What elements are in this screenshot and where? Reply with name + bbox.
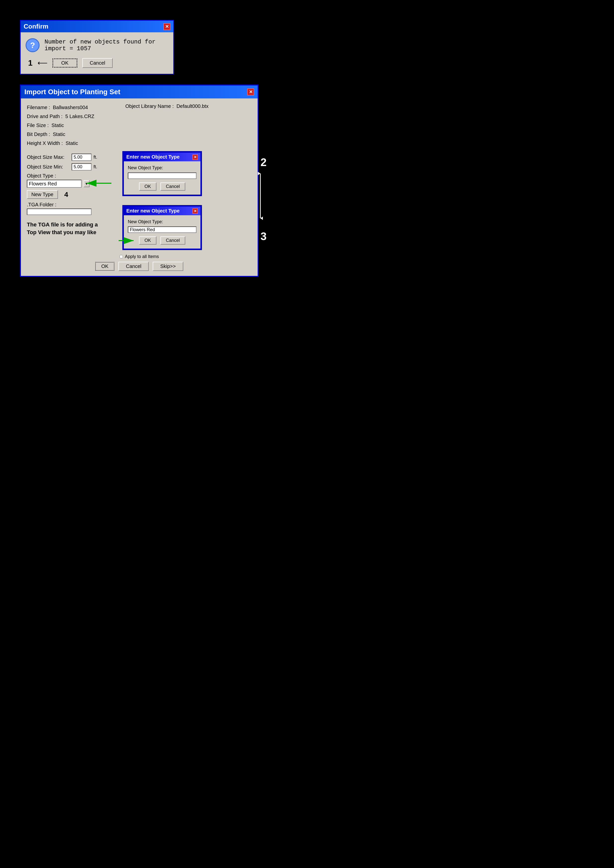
vertical-arrow-icon (258, 171, 263, 230)
enter-type-close-1[interactable]: ✕ (193, 154, 198, 160)
enter-type-dialog-2: Enter new Object Type ✕ New Object Type: (122, 205, 202, 250)
import-right-panel: 2 3 (122, 151, 252, 250)
obj-size-min-input[interactable] (72, 163, 92, 170)
obj-size-max-row: Object Size Max: ft. (27, 153, 117, 161)
new-obj-type-label-1: New Object Type: (128, 165, 196, 170)
tga-folder-input[interactable] (27, 209, 92, 215)
new-obj-type-label-2: New Object Type: (128, 219, 196, 225)
obj-type-label: Object Type : (27, 173, 117, 179)
enter-type-buttons-2: OK Cancel (128, 236, 196, 245)
apply-row: Apply to all Items (120, 254, 159, 259)
enter-type-dialog-1: Enter new Object Type ✕ New Object Type:… (122, 151, 202, 196)
confirm-message: Number of new objects found for import =… (45, 39, 168, 52)
enter-type-title-1: Enter new Object Type (126, 154, 180, 160)
heightwidth-value: Static (66, 140, 78, 146)
apply-all-label: Apply to all Items (125, 254, 159, 259)
import-bottom: Apply to all Items OK Cancel Skip>> (27, 254, 252, 271)
import-left-panel: Object Size Max: ft. Object Size Min: ft… (27, 151, 117, 250)
dropdown-row: Flowers Red ▼ (27, 180, 117, 188)
obj-lib-value: Default000.btx (177, 104, 209, 109)
enter-type-body-1: New Object Type: OK Cancel (124, 161, 201, 195)
import-columns: Object Size Max: ft. Object Size Min: ft… (27, 151, 252, 250)
confirm-cancel-button[interactable]: Cancel (82, 58, 113, 68)
confirm-message-row: ? Number of new objects found for import… (26, 38, 168, 52)
confirm-title: Confirm (23, 23, 48, 30)
bottom-ok-button[interactable]: OK (95, 262, 114, 271)
import-dialog: Import Object to Planting Set ✕ Filename… (20, 85, 259, 277)
confirm-ok-button[interactable]: OK (53, 59, 77, 68)
arrow-left-icon: ⟵ (37, 59, 48, 67)
step-1-label: 1 (28, 59, 33, 68)
obj-lib-row: Object Library Name : Default000.btx (125, 104, 209, 109)
drive-row: Drive and Path : 5 Lakes.CRZ (27, 112, 252, 120)
tga-folder-label: .TGA Folder : (27, 202, 117, 208)
confirm-titlebar: Confirm ✕ (21, 21, 173, 32)
question-icon: ? (26, 38, 40, 52)
obj-type-dropdown[interactable]: Flowers Red (27, 180, 82, 188)
enter-ok-button-1[interactable]: OK (139, 183, 156, 191)
apply-all-checkbox[interactable] (120, 255, 123, 258)
bottom-buttons: OK Cancel Skip>> (95, 262, 183, 271)
enter-ok-button-2[interactable]: OK (139, 236, 156, 245)
bitdepth-value: Static (53, 132, 65, 137)
enter-cancel-button-2[interactable]: Cancel (160, 236, 185, 245)
confirm-body: ? Number of new objects found for import… (21, 32, 173, 74)
enter-cancel-button-1[interactable]: Cancel (160, 183, 185, 191)
step-4-label: 4 (64, 191, 68, 198)
new-type-button[interactable]: New Type (27, 190, 58, 199)
new-obj-type-input-1[interactable] (128, 172, 196, 179)
new-obj-type-input-2[interactable] (128, 226, 196, 233)
step-2-label: 2 (261, 156, 267, 169)
enter-type-buttons-1: OK Cancel (128, 183, 196, 191)
import-close-button[interactable]: ✕ (247, 88, 254, 95)
import-titlebar: Import Object to Planting Set ✕ (21, 85, 258, 98)
filesize-row: File Size : Static (27, 121, 252, 129)
import-title: Import Object to Planting Set (24, 88, 120, 96)
enter-type-titlebar-2: Enter new Object Type ✕ (124, 206, 201, 215)
filename-value: Ballwashers004 (53, 105, 88, 110)
tga-note: The TGA file is for adding a Top View th… (27, 221, 117, 236)
bottom-cancel-button[interactable]: Cancel (118, 262, 149, 271)
enter-type-title-2: Enter new Object Type (126, 208, 180, 214)
enter-type-titlebar-1: Enter new Object Type ✕ (124, 153, 201, 161)
obj-size-min-row: Object Size Min: ft. (27, 163, 117, 170)
obj-size-max-input[interactable] (72, 153, 92, 161)
import-body: Filename : Ballwashers004 Drive and Path… (21, 98, 258, 276)
green-arrow-svg (84, 180, 114, 190)
enter-type-close-2[interactable]: ✕ (193, 208, 198, 214)
bitdepth-row: Bit Depth : Static (27, 130, 252, 138)
enter-type-body-2: New Object Type: (124, 215, 201, 249)
step-3-label: 3 (261, 230, 267, 243)
confirm-dialog: Confirm ✕ ? Number of new objects found … (20, 20, 174, 74)
green-ok-arrow (116, 237, 136, 244)
heightwidth-row: Height X Width : Static (27, 139, 252, 147)
confirm-close-button[interactable]: ✕ (163, 23, 170, 30)
file-info: Filename : Ballwashers004 Drive and Path… (27, 104, 252, 147)
filesize-value: Static (51, 122, 64, 128)
drive-value: 5 Lakes.CRZ (65, 113, 95, 119)
bottom-skip-button[interactable]: Skip>> (153, 262, 183, 271)
confirm-buttons-row: 1 ⟵ OK Cancel (26, 58, 168, 68)
